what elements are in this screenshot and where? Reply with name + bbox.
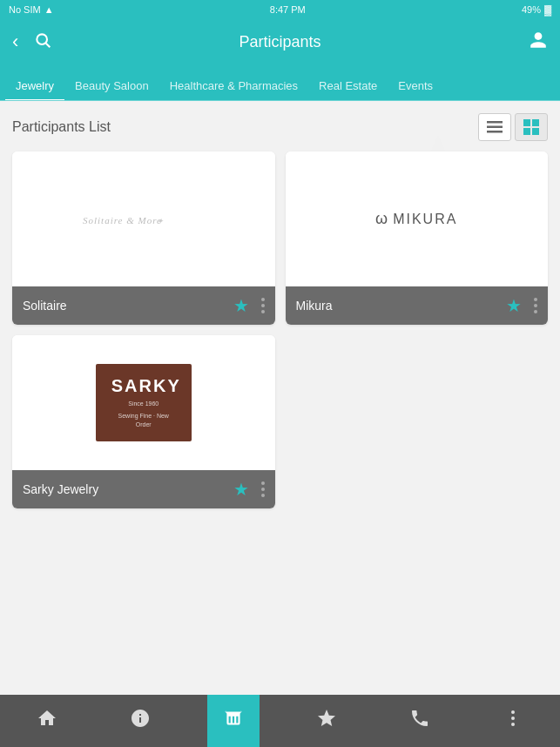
category-tabs: Jewelry Beauty Saloon Healthcare & Pharm… (0, 64, 560, 101)
sarky-sub2: Sewing Fine · New Order (111, 412, 176, 429)
main-content: Participants List (0, 101, 560, 695)
info-icon (130, 708, 151, 734)
status-bar: No SIM ▲ 8:47 PM 49% ▓ (0, 0, 560, 19)
battery-icon: ▓ (544, 4, 551, 15)
page-title: Participants (239, 33, 320, 51)
participant-card-sarky[interactable]: SARKY Since 1960 Sewing Fine · New Order… (12, 335, 275, 508)
more-dots-icon (503, 708, 523, 734)
more-button-solitaire[interactable] (261, 298, 265, 313)
header-left-controls: ‹ (12, 31, 51, 53)
list-view-button[interactable] (478, 113, 511, 141)
store-icon (222, 707, 245, 735)
search-button[interactable] (34, 31, 51, 53)
nav-home[interactable] (21, 695, 73, 747)
more-button-sarky[interactable] (261, 481, 265, 497)
battery-text: 49% (522, 4, 541, 15)
card-actions-solitaire: ★ (233, 295, 265, 316)
svg-rect-9 (532, 128, 539, 135)
tab-events[interactable]: Events (388, 72, 443, 101)
svg-point-14 (511, 723, 515, 726)
more-button-mikura[interactable] (534, 298, 537, 313)
home-icon (37, 708, 57, 734)
mikura-m-icon: ω (375, 210, 389, 228)
card-footer-mikura: Mikura ★ (286, 286, 549, 325)
card-footer-solitaire: Solitaire ★ (12, 286, 275, 325)
card-name-mikura: Mikura (296, 299, 333, 313)
card-name-sarky: Sarky Jewelry (23, 482, 98, 496)
profile-button[interactable] (529, 30, 548, 54)
phone-icon (409, 708, 430, 734)
mikura-logo: ω MIKURA (375, 210, 457, 228)
mikura-text: MIKURA (393, 212, 457, 227)
sarky-brand-name: SARKY (111, 376, 176, 396)
tab-real-estate[interactable]: Real Estate (308, 72, 388, 101)
nav-favorites[interactable] (300, 695, 353, 747)
card-image-sarky: SARKY Since 1960 Sewing Fine · New Order (12, 335, 275, 470)
svg-line-1 (46, 43, 51, 47)
participant-card-mikura[interactable]: ω MIKURA Mikura ★ (286, 151, 549, 325)
svg-point-12 (511, 710, 515, 714)
favorite-star-solitaire[interactable]: ★ (233, 295, 249, 316)
list-header: Participants List (12, 113, 548, 141)
sarky-sub1: Since 1960 (111, 400, 176, 408)
favorite-star-sarky[interactable]: ★ (233, 479, 249, 500)
sarky-logo: SARKY Since 1960 Sewing Fine · New Order (96, 364, 192, 441)
tab-healthcare[interactable]: Healthcare & Pharmacies (159, 72, 308, 101)
bottom-nav (0, 695, 560, 747)
status-time: 8:47 PM (270, 4, 306, 15)
list-title: Participants List (12, 119, 111, 135)
back-button[interactable]: ‹ (12, 32, 18, 51)
participant-card-solitaire[interactable]: Solitaire & More ✦ Solitaire ★ (12, 151, 275, 325)
svg-rect-8 (523, 128, 530, 135)
participants-grid: Solitaire & More ✦ Solitaire ★ (12, 151, 548, 508)
card-footer-sarky: Sarky Jewelry ★ (12, 470, 275, 508)
card-actions-sarky: ★ (233, 479, 265, 500)
card-image-solitaire: Solitaire & More ✦ (12, 151, 275, 286)
view-toggle (478, 113, 548, 141)
nav-store[interactable] (207, 695, 260, 747)
solitaire-logo: Solitaire & More ✦ (74, 206, 213, 232)
nav-contact[interactable] (394, 695, 446, 747)
favorite-star-mikura[interactable]: ★ (506, 295, 522, 316)
svg-rect-4 (487, 126, 503, 129)
tab-beauty-saloon[interactable]: Beauty Saloon (64, 72, 159, 101)
star-icon (316, 708, 337, 734)
status-right: 49% ▓ (522, 4, 551, 15)
card-name-solitaire: Solitaire (23, 299, 67, 313)
wifi-icon: ▲ (44, 4, 54, 15)
nav-more[interactable] (487, 695, 539, 747)
card-image-mikura: ω MIKURA (286, 151, 549, 286)
header: ‹ Participants (0, 19, 560, 64)
tab-jewelry[interactable]: Jewelry (5, 72, 64, 101)
status-left: No SIM ▲ (9, 4, 54, 15)
svg-text:✦: ✦ (157, 217, 165, 225)
svg-rect-5 (487, 131, 503, 133)
carrier-text: No SIM (9, 4, 41, 15)
svg-rect-6 (523, 119, 530, 126)
card-actions-mikura: ★ (506, 295, 537, 316)
svg-point-0 (37, 34, 48, 44)
svg-point-13 (511, 717, 515, 720)
svg-text:Solitaire & More: Solitaire & More (83, 215, 162, 225)
svg-rect-3 (487, 121, 503, 124)
nav-info[interactable] (114, 695, 166, 747)
grid-view-button[interactable] (515, 113, 548, 141)
svg-rect-7 (532, 119, 539, 126)
